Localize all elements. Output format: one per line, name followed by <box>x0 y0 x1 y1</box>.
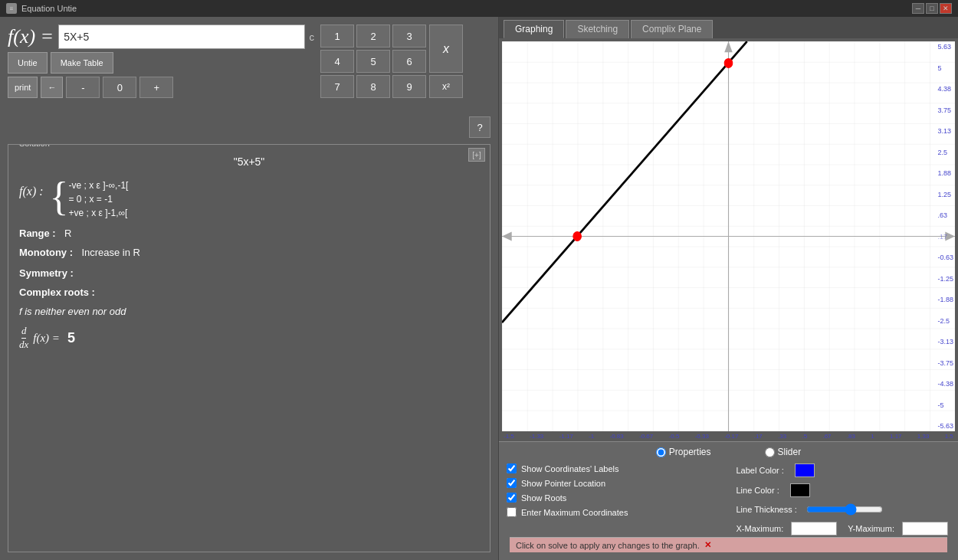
key-4[interactable]: 4 <box>320 50 354 73</box>
piecewise-section: f(x) : { -ve ; x ε ]-∞,-1[ = 0 ; x = -1 … <box>19 177 479 218</box>
max-coords-row: X-Maximum: Y-Maximum: <box>737 522 951 535</box>
properties-panel: Properties Slider Show Coordinates' Labe… <box>499 441 958 560</box>
line-color-label: Line Color : <box>737 486 779 495</box>
x-label-n017: -0.17 <box>724 433 738 440</box>
zero-button[interactable]: 0 <box>103 77 136 98</box>
title-bar-controls[interactable]: ─ □ ✕ <box>912 3 952 14</box>
x-label-017: .17 <box>754 433 763 440</box>
status-bar: Click on solve to apply any changes to t… <box>510 537 947 552</box>
solution-panel: Solution [+] "5x+5" f(x) : { -ve ; x ε ]… <box>8 144 490 552</box>
line-color-swatch[interactable] <box>790 483 810 497</box>
deriv-top: d <box>21 325 27 339</box>
show-pointer-row: Show Pointer Location <box>507 478 721 488</box>
parity-value: f is neither even nor odd <box>19 306 126 317</box>
key-5[interactable]: 5 <box>356 50 390 73</box>
minus-button[interactable]: - <box>66 77 100 98</box>
key-6[interactable]: 6 <box>392 50 426 73</box>
equation-display: "5x+5" <box>19 156 479 168</box>
window-title: Equation Untie <box>21 4 77 13</box>
x-label-n117: -1.17 <box>559 433 573 440</box>
x-button[interactable]: x <box>429 25 463 73</box>
props-grid: Show Coordinates' Labels Show Pointer Lo… <box>507 463 950 535</box>
x-label-083: .83 <box>847 433 855 440</box>
properties-radio-option[interactable]: Properties <box>656 447 711 457</box>
help-button[interactable]: ? <box>469 116 490 138</box>
x-label-n1: -1 <box>589 433 594 440</box>
tab-complix[interactable]: Complix Plane <box>631 20 713 38</box>
piecewise-lines: -ve ; x ε ]-∞,-1[ = 0 ; x = -1 +ve ; x ε… <box>69 180 129 218</box>
range-row: Range : R <box>19 228 479 239</box>
maximize-button[interactable]: □ <box>926 3 938 14</box>
function-input[interactable] <box>58 25 304 49</box>
tab-sketching[interactable]: Sketching <box>566 20 629 38</box>
enter-max-label: Enter Maximum Coordinates <box>521 508 721 517</box>
key-8[interactable]: 8 <box>356 75 390 98</box>
properties-radio-label: Properties <box>669 447 711 457</box>
make-table-button[interactable]: Make Table <box>51 52 113 74</box>
x-label-n15: -1.5 <box>504 433 514 440</box>
key-9[interactable]: 9 <box>392 75 426 98</box>
x-maximum-input[interactable] <box>791 522 837 535</box>
untie-button[interactable]: Untie <box>8 52 48 74</box>
show-coords-checkbox[interactable] <box>507 463 517 473</box>
monotony-value: Increase in R <box>81 247 140 258</box>
close-button[interactable]: ✕ <box>940 3 952 14</box>
parity-row: f is neither even nor odd <box>19 306 479 317</box>
brace-container: { -ve ; x ε ]-∞,-1[ = 0 ; x = -1 +ve ; x… <box>50 177 129 218</box>
line-color-row: Line Color : <box>737 483 951 497</box>
brace-symbol: { <box>50 177 69 218</box>
status-message: Click on solve to apply any changes to t… <box>516 541 700 550</box>
title-bar-left: ≡ Equation Untie <box>6 3 77 14</box>
key-3[interactable]: 3 <box>392 25 426 47</box>
key-1[interactable]: 1 <box>320 25 354 47</box>
slider-radio[interactable] <box>765 447 775 457</box>
deriv-bot: dx <box>19 339 28 351</box>
symmetry-row: Symmetry : <box>19 267 479 279</box>
label-color-swatch[interactable] <box>795 463 815 477</box>
monotony-row: Monotony : Increase in R <box>19 247 479 258</box>
enter-max-checkbox[interactable] <box>507 507 517 517</box>
title-bar: ≡ Equation Untie ─ □ ✕ <box>0 0 958 17</box>
solution-content: "5x+5" f(x) : { -ve ; x ε ]-∞,-1[ = 0 ; … <box>19 156 479 351</box>
x-label-n033: -0.33 <box>695 433 709 440</box>
key-2[interactable]: 2 <box>356 25 390 47</box>
status-close[interactable]: ✕ <box>704 540 711 550</box>
y-maximum-input[interactable] <box>902 522 948 535</box>
range-label: Range : <box>19 228 56 239</box>
show-roots-label: Show Roots <box>521 493 721 503</box>
thickness-slider[interactable] <box>806 503 883 516</box>
fx-label: f(x) : <box>19 185 44 198</box>
tab-graphing[interactable]: Graphing <box>504 20 564 38</box>
print-button[interactable]: print <box>8 77 38 98</box>
right-panel: Graphing Sketching Complix Plane <box>498 17 958 560</box>
expand-button[interactable]: [+] <box>468 148 485 162</box>
function-row: f(x) = c <box>8 25 314 49</box>
svg-point-8 <box>573 232 582 241</box>
complex-roots-row: Complex roots : <box>19 287 479 298</box>
x-label-117: 1.17 <box>890 433 902 440</box>
c-label: c <box>310 31 315 43</box>
derivative-fraction: d dx <box>19 325 28 351</box>
slider-radio-option[interactable]: Slider <box>765 447 802 457</box>
show-pointer-checkbox[interactable] <box>507 478 517 488</box>
piecewise-line-3: +ve ; x ε ]-1,∞[ <box>69 208 129 218</box>
properties-radio[interactable] <box>656 447 666 457</box>
x-label-15: 1.5 <box>945 433 953 440</box>
key-7[interactable]: 7 <box>320 75 354 98</box>
app-icon: ≡ <box>6 3 17 14</box>
symmetry-label: Symmetry : <box>19 267 74 279</box>
x2-button[interactable]: x² <box>429 75 463 98</box>
backspace-button[interactable]: ← <box>41 77 63 98</box>
monotony-label: Monotony : <box>19 247 73 258</box>
x-label-n083: -0.83 <box>610 433 624 440</box>
range-value: R <box>64 228 71 239</box>
line-thickness-label: Line Thickness : <box>737 505 797 514</box>
minimize-button[interactable]: ─ <box>912 3 924 14</box>
enter-max-row: Enter Maximum Coordinates <box>507 507 721 517</box>
plus-button[interactable]: + <box>139 77 173 98</box>
x-label-n05: -0.5 <box>669 433 680 440</box>
x-label-133: 1.33 <box>917 433 930 440</box>
show-roots-checkbox[interactable] <box>507 493 517 503</box>
svg-point-9 <box>724 58 733 67</box>
solution-title: Solution <box>16 144 53 148</box>
